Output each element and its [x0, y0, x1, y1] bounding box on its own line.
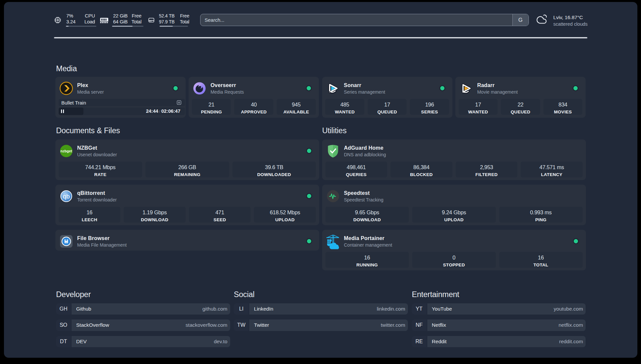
- svg-text:qb: qb: [63, 193, 70, 200]
- svg-text:nzbget: nzbget: [60, 149, 72, 153]
